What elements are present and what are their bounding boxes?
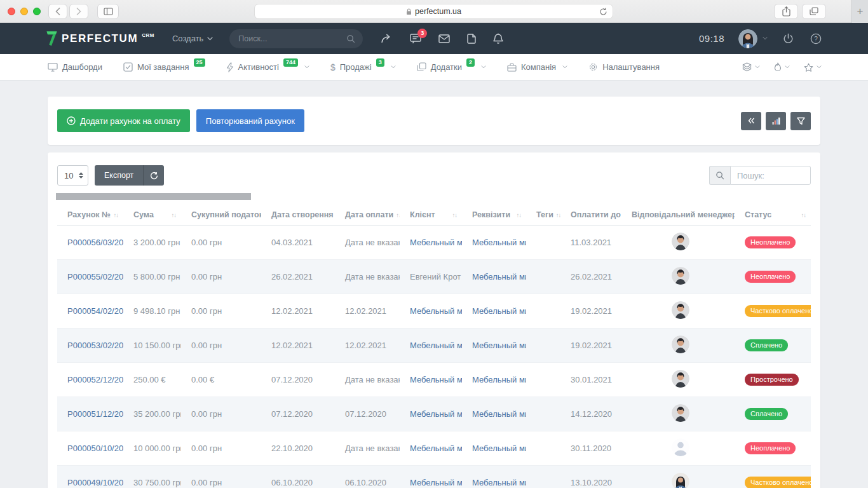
tabs-overview-button[interactable]	[802, 4, 826, 19]
share-button[interactable]	[774, 4, 798, 19]
filter-button[interactable]	[790, 112, 811, 130]
requisites-link[interactable]: Мебельный мир	[472, 478, 526, 487]
invoice-number-link[interactable]: P000053/02/2021	[67, 341, 123, 350]
create-menu[interactable]: Создать	[172, 34, 213, 43]
sort-icon[interactable]: ↑↓	[556, 212, 560, 219]
actions-card: Додати рахунок на оплату Повторюваний ра…	[48, 97, 820, 145]
client-link[interactable]: Мебельный мир	[410, 375, 462, 384]
manager-avatar[interactable]	[672, 233, 689, 250]
fullscreen-window-button[interactable]	[33, 8, 41, 15]
requisites-link[interactable]: Мебельный мир	[472, 306, 526, 316]
sort-icon[interactable]: ↑↓	[172, 212, 177, 219]
sort-icon[interactable]: ↑↓	[517, 212, 522, 219]
invoice-number-link[interactable]: P000051/12/2020	[67, 409, 123, 419]
nav-item-4[interactable]: $Продажі3	[330, 62, 396, 72]
manager-avatar[interactable]	[672, 336, 689, 353]
client-link[interactable]: Мебельный мир	[410, 306, 462, 316]
nav-item-1[interactable]: Дашборди	[48, 62, 102, 72]
column-header[interactable]: Відповідальний менеджер↑↓	[621, 205, 735, 226]
horizontal-scrollbar[interactable]	[57, 193, 811, 200]
help-button[interactable]: ?	[810, 33, 822, 44]
column-header[interactable]: Дата створення↑↓	[261, 205, 335, 226]
client-link[interactable]: Мебельный мир	[410, 409, 462, 419]
invoice-number: P000052/12/2020	[57, 363, 123, 397]
manager-avatar[interactable]	[672, 473, 689, 488]
manager-avatar[interactable]	[672, 404, 689, 422]
logout-button[interactable]	[783, 33, 794, 44]
export-button[interactable]: Експорт	[95, 165, 143, 186]
column-header[interactable]: Дата оплати↑↓	[335, 205, 400, 226]
mail-button[interactable]	[438, 34, 450, 43]
chart-view-button[interactable]	[766, 112, 786, 130]
scrollbar-thumb[interactable]	[56, 193, 251, 200]
documents-button[interactable]	[467, 34, 476, 44]
nav-item-5[interactable]: Додатки2	[417, 62, 486, 72]
column-header[interactable]: Теги↑↓	[526, 205, 560, 226]
add-invoice-button[interactable]: Додати рахунок на оплату	[57, 109, 190, 132]
column-header[interactable]: Статус↑↓	[735, 205, 811, 226]
close-window-button[interactable]	[8, 8, 15, 15]
manager-avatar[interactable]	[672, 438, 689, 456]
client-link[interactable]: Мебельный мир	[410, 444, 462, 453]
favorites-dropdown[interactable]	[804, 63, 822, 72]
column-header[interactable]: Реквізити↑↓	[462, 205, 526, 226]
perfectum-logo[interactable]: PERFECTUM CRM	[46, 30, 154, 47]
notifications-button[interactable]	[493, 33, 503, 44]
nav-item-2[interactable]: Мої завдання25	[123, 62, 205, 72]
redo-button[interactable]	[381, 34, 393, 44]
minimize-window-button[interactable]	[20, 8, 28, 15]
requisites-link[interactable]: Мебельный мир	[472, 375, 526, 384]
requisites-link[interactable]: Мебельный мир	[472, 409, 526, 419]
sort-icon[interactable]: ↑↓	[801, 212, 806, 219]
invoice-number-link[interactable]: P000054/02/2021	[67, 306, 123, 316]
chat-button[interactable]: 3	[410, 34, 421, 44]
address-bar[interactable]: perfectum.ua	[254, 4, 613, 19]
nav-item-6[interactable]: Компанія	[507, 62, 567, 72]
invoice-number-link[interactable]: P000049/10/2020	[67, 478, 123, 487]
column-header[interactable]: Сума↑↓	[123, 205, 181, 226]
invoice-number-link[interactable]: P000050/10/2020	[67, 444, 123, 453]
modules-dropdown[interactable]	[742, 62, 760, 72]
invoice-number-link[interactable]: P000052/12/2020	[67, 375, 123, 384]
sort-icon[interactable]: ↑↓	[452, 212, 458, 219]
requisites-link[interactable]: Мебельный мир	[472, 272, 526, 281]
user-avatar[interactable]	[738, 29, 757, 48]
collapse-button[interactable]	[741, 112, 761, 130]
sidebar-toggle-button[interactable]	[97, 4, 119, 19]
nav-item-3[interactable]: Активності744	[226, 62, 309, 72]
reload-button[interactable]	[599, 8, 607, 16]
manager-avatar[interactable]	[672, 267, 689, 285]
manager-avatar[interactable]	[672, 370, 689, 388]
column-header[interactable]: Оплатити до↑↓	[560, 205, 621, 226]
client-link[interactable]: Мебельный мир	[410, 341, 462, 350]
share-icon	[782, 6, 790, 17]
hot-dropdown[interactable]	[774, 62, 790, 72]
requisites-link[interactable]: Мебельный мир	[472, 444, 526, 453]
table-search-button[interactable]	[709, 166, 730, 185]
status-badge: Неоплачено	[745, 442, 796, 454]
invoice-number-link[interactable]: P000055/02/2021	[67, 272, 123, 281]
browser-back-button[interactable]	[48, 4, 67, 19]
refresh-button[interactable]	[143, 165, 164, 186]
recurring-invoice-button[interactable]: Повторюваний рахунок	[196, 109, 304, 132]
requisites-link[interactable]: Мебельный мир	[472, 341, 526, 350]
column-header[interactable]: Клієнт↑↓	[400, 205, 462, 226]
column-header[interactable]: Рахунок №↑↓	[57, 205, 123, 226]
nav-item-label: Продажі	[340, 62, 372, 72]
sort-icon[interactable]: ↑↓	[396, 212, 400, 219]
client-link[interactable]: Мебельный мир	[410, 478, 462, 487]
browser-forward-button[interactable]	[69, 4, 88, 19]
column-header[interactable]: Сукупний податок↑↓	[181, 205, 261, 226]
user-menu-chevron[interactable]	[763, 37, 768, 40]
status-badge: Прострочено	[745, 374, 799, 386]
table-search-input[interactable]	[730, 166, 811, 185]
nav-item-7[interactable]: Налаштування	[588, 62, 660, 72]
new-tab-button[interactable]: +	[851, 0, 868, 23]
invoice-number-link[interactable]: P000056/03/2021	[67, 238, 123, 247]
page-size-select[interactable]: 10	[57, 165, 88, 186]
sort-icon[interactable]: ↑↓	[114, 212, 119, 219]
client-link[interactable]: Мебельный мир	[410, 238, 462, 247]
manager-avatar[interactable]	[672, 301, 689, 319]
header-search-input[interactable]: Поиск...	[229, 29, 363, 48]
requisites-link[interactable]: Мебельный мир	[472, 238, 526, 247]
